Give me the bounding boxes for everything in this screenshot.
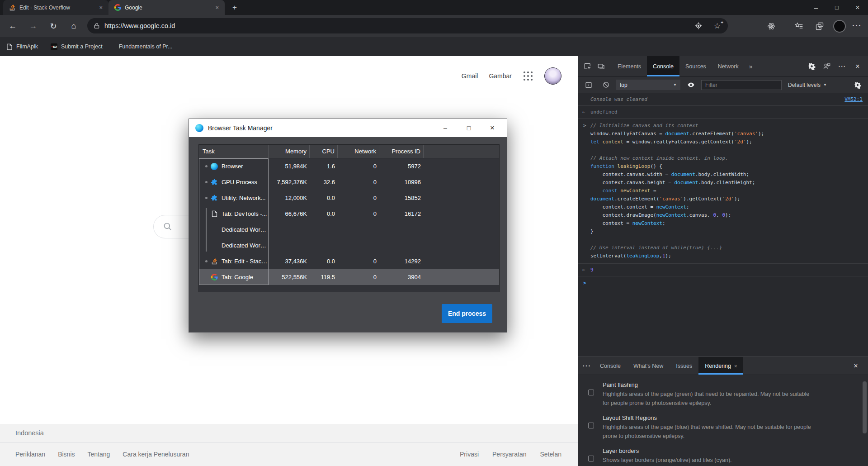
devtools-settings-gear-icon[interactable]: [805, 62, 818, 70]
task-row[interactable]: Dedicated Worke...: [199, 238, 499, 253]
footer-link[interactable]: Setelan: [540, 451, 561, 458]
footer-link[interactable]: Privasi: [460, 451, 479, 458]
rendering-option-description: Highlights areas of the page (blue) that…: [603, 423, 815, 441]
browser-tab[interactable]: Google×: [108, 0, 225, 15]
task-column-header[interactable]: CPU: [310, 145, 338, 158]
tm-close-button[interactable]: ×: [481, 119, 504, 137]
devtools-tab-console[interactable]: Console: [647, 56, 679, 76]
tracking-prevention-icon[interactable]: [691, 19, 706, 33]
task-column-header[interactable]: Memory: [269, 145, 310, 158]
home-button[interactable]: ⌂: [66, 18, 82, 34]
settings-menu-icon[interactable]: ···: [852, 21, 862, 31]
apps-grid-icon[interactable]: [523, 71, 533, 81]
tab-close-icon[interactable]: ×: [98, 4, 104, 11]
devtools-panel: ElementsConsoleSourcesNetwork » ··· ×: [578, 56, 868, 466]
console-levels-select[interactable]: Default levels ▼: [785, 82, 827, 88]
clear-console-icon[interactable]: [599, 81, 613, 88]
lock-icon[interactable]: [94, 23, 100, 29]
drawer-tab-issues[interactable]: Issues: [670, 357, 698, 375]
console-source-link[interactable]: VM52:1: [844, 95, 863, 104]
bookmark-label: FilmApik: [16, 43, 38, 50]
drawer-tab-console[interactable]: Console: [594, 357, 627, 375]
window-maximize-button[interactable]: □: [826, 0, 847, 15]
task-manager-titlebar[interactable]: Browser Task Manager – □ ×: [189, 119, 507, 137]
collections-icon[interactable]: [812, 19, 827, 33]
console-settings-gear-icon[interactable]: [851, 81, 864, 89]
favorites-bar-icon[interactable]: [792, 19, 806, 33]
rendering-option-checkbox[interactable]: [588, 390, 594, 395]
refresh-button[interactable]: ↻: [45, 18, 61, 34]
back-button[interactable]: ←: [5, 18, 21, 34]
end-process-button[interactable]: End process: [442, 304, 492, 323]
tm-minimize-button[interactable]: –: [434, 119, 457, 137]
console-sidebar-icon[interactable]: [582, 81, 595, 89]
extension-atom-icon[interactable]: [764, 19, 778, 33]
drawer-tab-what-s-new[interactable]: What's New: [627, 357, 670, 375]
console-prompt[interactable]: >: [578, 276, 868, 289]
drawer-tab-close-icon[interactable]: ×: [734, 363, 737, 369]
devtools-tab-elements[interactable]: Elements: [612, 56, 647, 76]
feedback-person-icon[interactable]: [820, 62, 834, 71]
bookmark-item[interactable]: Fundamentals of Pr...: [115, 43, 173, 50]
footer-link[interactable]: Tentang: [88, 451, 110, 458]
task-row[interactable]: Browser51,984K1.605972: [199, 158, 499, 174]
google-header: Gmail Gambar: [462, 67, 561, 85]
devtools-tab-network[interactable]: Network: [712, 56, 745, 76]
drawer-more-icon[interactable]: ···: [580, 357, 594, 375]
console-context-select[interactable]: top ▼: [616, 80, 680, 90]
inspect-element-icon[interactable]: [581, 56, 594, 76]
task-row[interactable]: GPU Process7,592,376K32.6010996: [199, 174, 499, 190]
tm-maximize-button[interactable]: □: [457, 119, 481, 137]
browser-tab[interactable]: Edit - Stack Overflow×: [3, 0, 108, 15]
browser-profile-avatar[interactable]: [833, 20, 846, 33]
scrollbar-thumb[interactable]: [863, 381, 867, 433]
rendering-option-title: Layout Shift Regions: [603, 414, 868, 423]
drawer-close-icon[interactable]: ×: [849, 362, 863, 370]
new-tab-button[interactable]: +: [228, 1, 241, 14]
rendering-option-checkbox[interactable]: [588, 423, 594, 428]
devtools-menu-icon[interactable]: ···: [835, 63, 849, 70]
tab-close-icon[interactable]: ×: [214, 4, 220, 11]
task-network: 0: [338, 258, 379, 265]
device-toolbar-icon[interactable]: [594, 56, 608, 76]
gmail-link[interactable]: Gmail: [462, 72, 478, 80]
google-profile-avatar[interactable]: [544, 67, 561, 85]
console-expression[interactable]: > // Initialize canvas and its contextwi…: [578, 119, 868, 264]
footer-link[interactable]: Cara kerja Penelusuran: [123, 451, 189, 458]
address-bar[interactable]: https://www.google.co.id ☆: [87, 18, 728, 33]
devtools-tab-sources[interactable]: Sources: [679, 56, 712, 76]
task-row[interactable]: Tab: Edit - Stack...37,436K0.0014292: [199, 253, 499, 269]
forward-button[interactable]: →: [25, 18, 41, 34]
task-row[interactable]: Utility: Network...12,000K0.0015852: [199, 190, 499, 206]
more-tabs-icon[interactable]: »: [745, 56, 757, 76]
task-network: 0: [338, 274, 379, 281]
bookmark-item[interactable]: FilmApik: [6, 43, 38, 50]
footer-link[interactable]: Periklanan: [15, 451, 45, 458]
console-code-line: [590, 236, 863, 244]
task-row[interactable]: Tab: Google522,556K119.503904: [199, 269, 499, 285]
rendering-option-checkbox[interactable]: [588, 456, 594, 461]
console-filter-input[interactable]: [701, 80, 782, 90]
drawer-tab-rendering[interactable]: Rendering×: [698, 357, 743, 375]
task-column-header[interactable]: Network: [338, 145, 379, 158]
live-expression-eye-icon[interactable]: [684, 81, 698, 89]
bookmark-item[interactable]: +62Submit a Project: [51, 43, 103, 50]
add-favorite-icon[interactable]: ☆: [714, 22, 721, 30]
task-column-header[interactable]: Task: [199, 145, 269, 158]
drawer-tab-label: What's New: [633, 363, 663, 369]
images-link[interactable]: Gambar: [489, 72, 512, 80]
task-row[interactable]: Tab: DevTools -...66,676K0.0016172: [199, 206, 499, 222]
task-row[interactable]: Dedicated Worke...: [199, 222, 499, 238]
window-close-button[interactable]: ×: [847, 0, 868, 15]
url-text[interactable]: https://www.google.co.id: [104, 22, 691, 29]
task-column-header[interactable]: Process ID: [379, 145, 424, 158]
task-manager-title: Browser Task Manager: [208, 124, 273, 132]
task-label: Utility: Network...: [222, 195, 269, 201]
footer-link[interactable]: Persyaratan: [492, 451, 526, 458]
expression-chevron-icon[interactable]: >: [583, 122, 586, 130]
toolbar-right-icons: ···: [764, 15, 868, 37]
footer-link[interactable]: Bisnis: [58, 451, 75, 458]
window-minimize-button[interactable]: –: [806, 0, 826, 15]
task-network: 0: [338, 179, 379, 185]
devtools-close-icon[interactable]: ×: [851, 62, 864, 71]
